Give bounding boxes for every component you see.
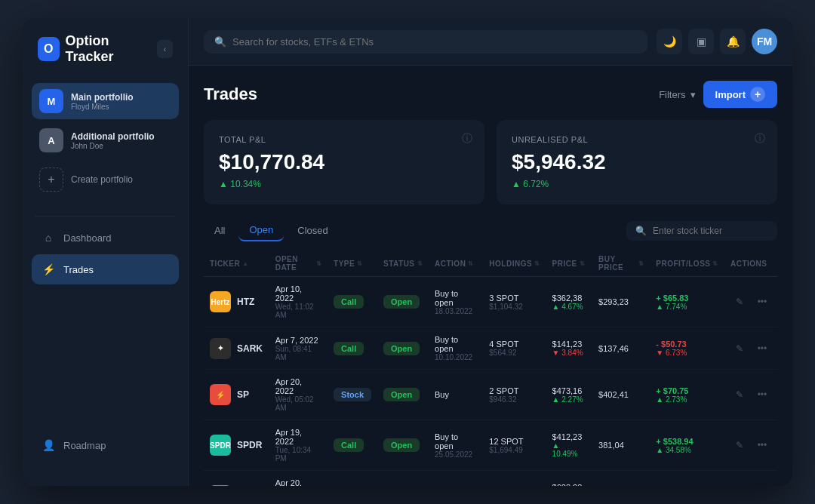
search-icon: 🔍 <box>214 36 226 48</box>
stock-logo-HTZ: Hertz <box>210 291 231 312</box>
portfolio-user-main: Floyd Miles <box>71 103 134 111</box>
tab-all[interactable]: All <box>204 220 235 241</box>
header: 🔍 🌙 ▣ 🔔 FM <box>189 18 792 66</box>
cell-type-SPDR: Call <box>328 420 377 471</box>
edit-button-SP[interactable]: ✎ <box>730 386 749 404</box>
cell-actions-HTZ: ✎ ••• <box>724 277 777 327</box>
cell-buy-price-HTZ: $293,23 <box>592 277 650 327</box>
cell-price-SPOT: $628,23 ▼ 12.83% <box>546 471 593 487</box>
tabs: All Open Closed <box>204 220 339 241</box>
tab-open[interactable]: Open <box>238 220 284 241</box>
cell-buy-price-SPOT: $848,30 <box>592 471 650 487</box>
col-ticker: TICKER ▲ <box>204 250 269 277</box>
search-bar[interactable]: 🔍 <box>204 30 647 54</box>
cell-actions-SP: ✎ ••• <box>724 370 777 420</box>
sidebar-item-dashboard[interactable]: ⌂ Dashboard <box>32 223 179 253</box>
stats-row: Total P&L $10,770.84 ▲ 10.34% ⓘ Unrealis… <box>204 120 777 204</box>
logo-icon: O <box>38 37 60 61</box>
page-title: Trades <box>204 85 257 104</box>
dark-mode-button[interactable]: 🌙 <box>657 29 682 54</box>
stock-logo-SARK: ✦ <box>210 338 231 359</box>
logo-area: O Option Tracker ‹ <box>23 33 188 83</box>
type-badge-SPDR: Call <box>334 438 364 452</box>
cell-profit-SPOT: - $1,460.32 ▼ 23.74% <box>650 471 724 487</box>
cell-ticker-SPOT: ♪ SPOT <box>204 471 269 487</box>
col-buy-price: BUY PRICE ⇅ <box>592 250 650 277</box>
sidebar-divider <box>35 216 176 217</box>
sidebar-item-trades[interactable]: ⚡ Trades <box>32 254 179 284</box>
cell-status-SPDR: Open <box>377 420 429 471</box>
tab-closed[interactable]: Closed <box>287 220 338 241</box>
filter-icon: ▾ <box>690 89 696 100</box>
table-search[interactable]: 🔍 <box>626 221 777 241</box>
portfolio-item-main[interactable]: M Main portfollio Floyd Miles <box>32 83 179 119</box>
cell-action-SPDR: Buy to open 25.05.2022 <box>429 420 483 471</box>
type-badge-HTZ: Call <box>334 295 364 309</box>
stock-logo-SPOT: ♪ <box>210 485 231 486</box>
ticker-name-SARK: SARK <box>237 343 263 354</box>
notifications-button[interactable]: 🔔 <box>720 29 746 54</box>
stock-logo-SPDR: SPDR <box>210 435 231 456</box>
col-status: STATUS ⇅ <box>377 250 429 277</box>
sidebar-item-roadmap[interactable]: 👤 Roadmap <box>32 430 179 460</box>
edit-button-SARK[interactable]: ✎ <box>730 340 749 358</box>
filters-label: Filters <box>659 89 685 100</box>
portfolio-section: M Main portfollio Floyd Miles A Addition… <box>23 83 188 210</box>
stat-card-unrealised-pl: Unrealised P&L $5,946.32 ▲ 6.72% ⓘ <box>497 120 777 204</box>
user-avatar[interactable]: FM <box>752 29 777 54</box>
cell-date-SP: Apr 20, 2022 Wed, 05:02 AM <box>269 370 328 420</box>
layout-button[interactable]: ▣ <box>688 29 714 54</box>
portfolio-user-additional: John Doe <box>71 142 155 150</box>
more-button-SARK[interactable]: ••• <box>753 340 771 358</box>
table-row: Hertz HTZ Apr 10, 2022 Wed, 11:02 AM Cal… <box>204 277 777 327</box>
sidebar-collapse-button[interactable]: ‹ <box>157 40 173 58</box>
cell-profit-SPDR: + $538.94 ▲ 34.58% <box>650 420 724 471</box>
sidebar-item-label-roadmap: Roadmap <box>63 440 106 451</box>
ticker-name-HTZ: HTZ <box>237 297 254 307</box>
col-action: ACTION ⇅ <box>429 250 483 277</box>
col-type: TYPE ⇅ <box>328 250 377 277</box>
col-open-date: OPEN DATE ⇅ <box>269 250 328 277</box>
col-price: PRICE ⇅ <box>546 250 593 277</box>
more-button-HTZ[interactable]: ••• <box>753 293 771 311</box>
cell-price-SP: $473,16 ▲ 2.27% <box>546 370 593 420</box>
create-portfolio-button[interactable]: + Create portfolio <box>32 161 179 198</box>
app-title: Option Tracker <box>66 33 151 65</box>
edit-button-SPDR[interactable]: ✎ <box>730 436 749 454</box>
portfolio-item-additional[interactable]: A Additional portfolio John Doe <box>32 122 179 158</box>
cell-holdings-SP: 2 SPOT $946.32 <box>483 370 546 420</box>
cell-actions-SPDR: ✎ ••• <box>724 420 777 471</box>
cell-status-SPOT: Open <box>377 471 429 487</box>
more-button-SP[interactable]: ••• <box>753 386 771 404</box>
cell-type-SARK: Call <box>328 327 377 370</box>
cell-profit-SARK: - $50.73 ▼ 6.73% <box>650 327 724 370</box>
import-button[interactable]: Import + <box>703 81 777 108</box>
search-input[interactable] <box>232 36 637 48</box>
stat-label-total-pl: Total P&L <box>219 135 469 144</box>
col-profit-loss: PROFIT/LOSS ⇅ <box>650 250 724 277</box>
sidebar: O Option Tracker ‹ M Main portfollio Flo… <box>23 18 189 486</box>
table-search-input[interactable] <box>653 226 758 236</box>
trades-table: TICKER ▲ OPEN DATE ⇅ TYPE ⇅ STATUS ⇅ ACT… <box>204 250 777 486</box>
cell-holdings-SARK: 4 SPOT $564.92 <box>483 327 546 370</box>
nav-section: ⌂ Dashboard ⚡ Trades <box>23 223 188 421</box>
trades-icon: ⚡ <box>41 262 56 277</box>
filters-button[interactable]: Filters ▾ <box>659 89 695 100</box>
cell-action-SPOT: Buy <box>429 471 483 487</box>
table-row: ✦ SARK Apr 7, 2022 Sun, 08:41 AM Call Op… <box>204 327 777 370</box>
cell-type-SPOT: Stock <box>328 471 377 487</box>
stock-logo-SP: ⚡ <box>210 384 231 405</box>
sidebar-item-label-dashboard: Dashboard <box>63 232 112 244</box>
table-body: Hertz HTZ Apr 10, 2022 Wed, 11:02 AM Cal… <box>204 277 777 487</box>
cell-profit-SP: + $70.75 ▲ 2.73% <box>650 370 724 420</box>
stat-value-total-pl: $10,770.84 <box>219 150 469 174</box>
more-button-SPDR[interactable]: ••• <box>753 436 771 454</box>
sidebar-item-label-trades: Trades <box>63 264 94 275</box>
cell-action-HTZ: Buy to open 18.03.2022 <box>429 277 483 327</box>
unrealised-pl-info-icon: ⓘ <box>755 132 765 146</box>
main-content: 🔍 🌙 ▣ 🔔 FM Trades Filters ▾ <box>189 18 792 486</box>
edit-button-HTZ[interactable]: ✎ <box>730 293 749 311</box>
cell-profit-HTZ: + $65.83 ▲ 7.74% <box>650 277 724 327</box>
create-portfolio-icon: + <box>39 167 63 192</box>
cell-date-SARK: Apr 7, 2022 Sun, 08:41 AM <box>269 327 328 370</box>
